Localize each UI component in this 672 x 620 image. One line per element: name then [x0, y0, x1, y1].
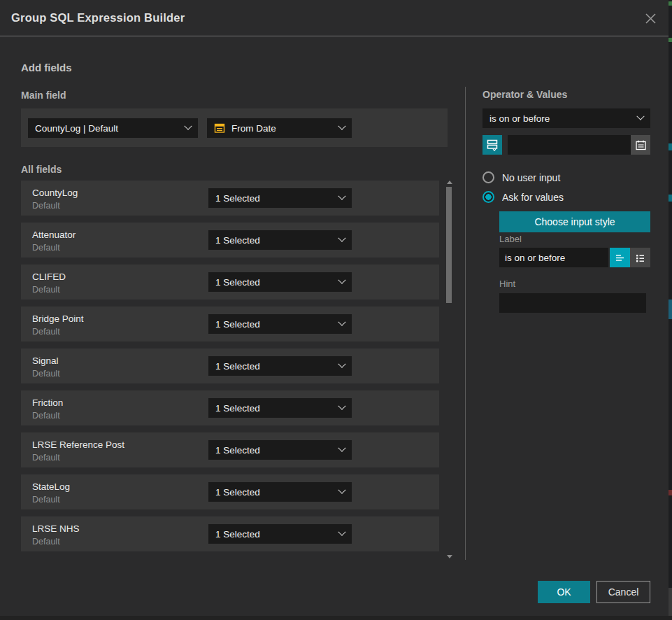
field-sublabel: Default [32, 495, 60, 505]
scroll-up-icon[interactable] [447, 181, 452, 184]
chevron-down-icon [338, 402, 345, 410]
calendar-icon[interactable] [631, 135, 650, 155]
chevron-down-icon [636, 113, 644, 120]
all-fields-label: All fields [21, 164, 62, 175]
field-values-select-value: 1 Selected [215, 529, 339, 540]
list-icon[interactable] [630, 248, 650, 267]
edge-fragment [669, 300, 672, 319]
calendar-icon [214, 122, 225, 134]
field-values-select[interactable]: 1 Selected [208, 398, 352, 418]
chevron-down-icon [338, 528, 345, 536]
field-row-friction: Friction Default 1 Selected [21, 390, 439, 425]
radio-label: No user input [502, 172, 560, 183]
label-input[interactable] [499, 248, 608, 267]
chevron-down-icon [338, 234, 345, 242]
edge-fragment [669, 490, 672, 495]
field-row-bridge-point: Bridge Point Default 1 Selected [21, 307, 439, 341]
layer-select-value: CountyLog | Default [35, 123, 185, 134]
field-values-select-value: 1 Selected [215, 319, 339, 330]
field-values-select[interactable]: 1 Selected [208, 440, 352, 460]
input-type-icon[interactable] [482, 135, 502, 155]
field-name: Friction [32, 397, 63, 408]
layer-select[interactable]: CountyLog | Default [28, 118, 198, 138]
field-sublabel: Default [32, 453, 60, 463]
label-input-row [499, 248, 650, 267]
chevron-down-icon [338, 192, 345, 200]
edge-fragment [669, 1, 672, 6]
screen: { "dialog": { "title": "Group SQL Expres… [0, 0, 672, 620]
operator-select[interactable]: is on or before [482, 108, 650, 128]
operator-values-title: Operator & Values [482, 89, 567, 100]
main-field-panel: CountyLog | Default From Date [21, 108, 448, 147]
scroll-down-icon[interactable] [447, 555, 452, 558]
close-icon[interactable] [642, 10, 659, 27]
all-fields-list: CountyLog Default 1 Selected Attenuator … [21, 181, 439, 558]
field-values-select[interactable]: 1 Selected [208, 230, 352, 250]
main-field-label: Main field [21, 90, 66, 101]
section-title-add-fields: Add fields [21, 62, 72, 73]
field-values-select-value: 1 Selected [215, 445, 339, 456]
field-sublabel: Default [32, 369, 60, 379]
field-row-signal: Signal Default 1 Selected [21, 348, 439, 383]
field-values-select-value: 1 Selected [215, 487, 339, 498]
radio-ask-for-values[interactable]: Ask for values [482, 191, 564, 203]
chevron-down-icon [184, 122, 192, 130]
dialog-bottom-edge [0, 616, 672, 620]
field-values-select-value: 1 Selected [215, 403, 339, 414]
field-sublabel: Default [32, 201, 60, 211]
scrollbar-thumb[interactable] [446, 187, 452, 303]
field-name: LRSE NHS [32, 523, 80, 534]
dialog-title: Group SQL Expression Builder [11, 11, 185, 24]
field-values-select-value: 1 Selected [215, 193, 339, 204]
hint-input[interactable] [499, 293, 646, 313]
field-name: CLIFED [32, 272, 66, 282]
field-row-attenuator: Attenuator Default 1 Selected [21, 223, 439, 258]
main-field-select[interactable]: From Date [207, 118, 352, 138]
choose-input-style-button[interactable]: Choose input style [499, 211, 650, 232]
field-row-lrse-nhs: LRSE NHS Default 1 Selected [21, 516, 439, 551]
cancel-button[interactable]: Cancel [596, 581, 650, 603]
field-sublabel: Default [32, 537, 60, 547]
field-sublabel: Default [32, 285, 60, 295]
edge-fragment [669, 195, 672, 202]
field-values-select[interactable]: 1 Selected [208, 524, 352, 544]
list-scrollbar[interactable] [445, 181, 452, 560]
field-row-statelog: StateLog Default 1 Selected [21, 474, 439, 509]
radio-off-icon [482, 171, 494, 183]
field-row-clifed: CLIFED Default 1 Selected [21, 265, 439, 300]
edge-fragment [669, 38, 672, 42]
radio-no-user-input[interactable]: No user input [482, 171, 560, 183]
field-sublabel: Default [32, 327, 60, 337]
field-values-select-value: 1 Selected [215, 361, 339, 372]
field-name: LRSE Reference Post [32, 439, 124, 450]
value-input[interactable] [508, 135, 631, 155]
field-values-select[interactable]: 1 Selected [208, 188, 352, 208]
chevron-down-icon [338, 486, 345, 494]
field-values-select[interactable]: 1 Selected [208, 272, 352, 292]
field-values-select-value: 1 Selected [215, 235, 339, 246]
field-values-select[interactable]: 1 Selected [208, 482, 352, 502]
background-app-edge [669, 0, 672, 620]
ok-button[interactable]: OK [538, 581, 590, 603]
field-name: Signal [32, 355, 59, 366]
field-values-select[interactable]: 1 Selected [208, 314, 352, 334]
dialog-titlebar: Group SQL Expression Builder [0, 0, 669, 36]
align-left-icon[interactable] [610, 248, 630, 267]
chevron-down-icon [338, 444, 345, 452]
label-field-label: Label [499, 234, 522, 244]
field-row-lrse-reference-post: LRSE Reference Post Default 1 Selected [21, 432, 439, 467]
chevron-down-icon [338, 122, 345, 130]
field-name: Attenuator [32, 230, 76, 240]
main-field-select-value: From Date [231, 123, 339, 134]
field-values-select-value: 1 Selected [215, 277, 339, 288]
hint-field-label: Hint [499, 279, 515, 289]
operator-select-value: is on or before [489, 113, 638, 124]
chevron-down-icon [338, 318, 345, 326]
field-name: CountyLog [32, 188, 78, 198]
field-values-select[interactable]: 1 Selected [208, 356, 352, 376]
radio-on-icon [482, 191, 494, 203]
field-sublabel: Default [32, 243, 60, 253]
field-name: Bridge Point [32, 313, 84, 324]
edge-fragment [669, 143, 672, 150]
chevron-down-icon [338, 276, 345, 284]
